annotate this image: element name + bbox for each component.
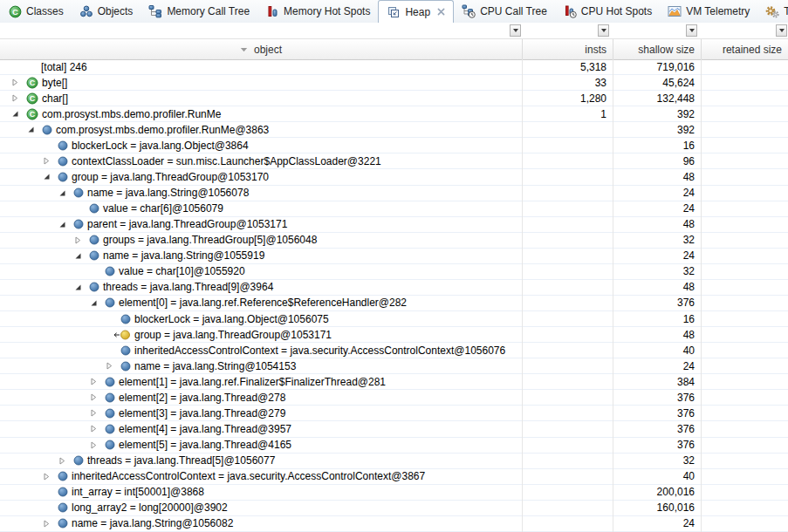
retained-size-cell: [701, 153, 788, 168]
close-icon[interactable]: [437, 8, 445, 16]
insts-cell: [522, 421, 613, 436]
table-row[interactable]: name = java.lang.String@105591924: [0, 249, 788, 264]
tree-expander-placeholder: [105, 315, 113, 324]
object-cell: threads = java.lang.Thread[9]@3964: [0, 280, 522, 295]
table-row[interactable]: Ccom.prosyst.mbs.demo.profiler.RunMe1392: [0, 106, 788, 122]
table-row[interactable]: blockerLock = java.lang.Object@105607516: [0, 311, 788, 327]
tree-expand-icon[interactable]: [105, 362, 113, 371]
tree-collapse-icon[interactable]: [42, 173, 51, 181]
tab-threads[interactable]: Threads: [757, 0, 788, 23]
table-row[interactable]: element[2] = java.lang.Thread@278376: [0, 390, 788, 406]
tree-collapse-icon[interactable]: [73, 251, 82, 260]
table-row[interactable]: com.prosyst.mbs.demo.profiler.RunMe@3863…: [0, 122, 788, 138]
column-divider: [701, 59, 702, 532]
retained-size-cell: [701, 106, 788, 121]
table-row[interactable]: value = char[6]@105607924: [0, 201, 788, 217]
retained-size-cell: [701, 421, 788, 436]
tree-expand-icon[interactable]: [42, 157, 51, 166]
table-row[interactable]: int_array = int[50001]@3868200,016: [0, 485, 788, 501]
table-row[interactable]: group = java.lang.ThreadGroup@105317148: [0, 327, 788, 343]
row-label: element[5] = java.lang.Thread@4165: [119, 439, 291, 451]
tab-memory-call-tree[interactable]: Memory Call Tree: [140, 0, 257, 23]
row-label: value = char[10]@1055920: [119, 265, 245, 277]
tree-expand-icon[interactable]: [58, 456, 66, 465]
tree-expand-icon[interactable]: [10, 94, 19, 103]
object-filter-dropdown-button[interactable]: [510, 24, 521, 37]
tab-objects[interactable]: Objects: [72, 0, 141, 23]
tree-expander-placeholder: [105, 346, 113, 355]
table-row[interactable]: element[3] = java.lang.Thread@279376: [0, 406, 788, 421]
tree-collapse-icon[interactable]: [26, 126, 35, 134]
insts-cell: [522, 138, 613, 153]
table-row[interactable]: element[0] = java.lang.ref.Reference$Ref…: [0, 296, 788, 311]
tree-expand-icon[interactable]: [89, 378, 98, 386]
cpu-call-tree-icon: [462, 4, 476, 18]
tree-collapse-icon[interactable]: [89, 298, 98, 307]
table-row[interactable]: element[1] = java.lang.ref.Finalizer$Fin…: [0, 374, 788, 390]
tree-collapse-icon[interactable]: [58, 188, 66, 197]
column-header-shallow-size[interactable]: shallow size: [613, 39, 701, 59]
tab-cpu-call-tree[interactable]: CPU Call Tree: [454, 0, 555, 23]
tab-classes[interactable]: CClasses: [0, 0, 72, 23]
table-row[interactable]: groups = java.lang.ThreadGroup[5]@105604…: [0, 233, 788, 249]
table-row[interactable]: [total] 2465,318719,016: [0, 59, 788, 75]
shallow-size-cell: 200,016: [613, 485, 701, 500]
heap-icon: [387, 5, 401, 19]
tab-vm-telemetry[interactable]: VM Telemetry: [660, 0, 757, 23]
table-row[interactable]: blockerLock = java.lang.Object@386416: [0, 138, 788, 153]
object-instance-icon: [105, 392, 115, 403]
tree-expand-icon[interactable]: [73, 235, 82, 244]
tree-expand-icon[interactable]: [42, 472, 51, 481]
column-header-retained-size[interactable]: retained size: [701, 39, 788, 59]
table-row[interactable]: contextClassLoader = sun.misc.Launcher$A…: [0, 153, 788, 169]
tree-expand-icon[interactable]: [89, 425, 98, 433]
table-row[interactable]: threads = java.lang.Thread[5]@105607732: [0, 454, 788, 469]
tree-expand-icon[interactable]: [89, 393, 98, 402]
tab-cpu-hot-spots[interactable]: CPU Hot Spots: [555, 0, 660, 23]
shallow-size-cell: 24: [613, 186, 701, 201]
insts-cell: [522, 311, 613, 326]
table-row[interactable]: element[5] = java.lang.Thread@4165376: [0, 438, 788, 454]
tab-label: Memory Call Tree: [167, 5, 250, 17]
tree-expand-icon[interactable]: [42, 519, 51, 528]
objects-icon: [79, 4, 93, 18]
tree-expand-icon[interactable]: [89, 440, 98, 449]
tab-memory-hot-spots[interactable]: Memory Hot Spots: [257, 0, 378, 23]
table-row[interactable]: Cbyte[]3345,624: [0, 75, 788, 91]
table-row[interactable]: Cchar[]1,280132,448: [0, 91, 788, 106]
table-row[interactable]: element[4] = java.lang.Thread@3957376: [0, 421, 788, 437]
table-row[interactable]: threads = java.lang.Thread[9]@396448: [0, 280, 788, 296]
shallow-size-filter-dropdown-button[interactable]: [686, 24, 697, 37]
insts-cell: [522, 390, 613, 405]
table-row[interactable]: long_array2 = long[20000]@3902160,016: [0, 501, 788, 516]
insts-cell: [522, 485, 613, 500]
object-cell: element[2] = java.lang.Thread@278: [0, 390, 522, 405]
tab-label: Objects: [98, 5, 134, 17]
retained-size-filter-dropdown-button[interactable]: [776, 24, 787, 37]
object-cell: element[3] = java.lang.Thread@279: [0, 406, 522, 420]
column-header-object[interactable]: object: [0, 39, 522, 59]
table-row[interactable]: parent = java.lang.ThreadGroup@105317148: [0, 217, 788, 233]
table-row[interactable]: name = java.lang.String@105607824: [0, 186, 788, 201]
table-row[interactable]: value = char[10]@105592032: [0, 264, 788, 280]
tab-heap[interactable]: Heap: [378, 0, 454, 24]
threads-icon: [765, 4, 779, 18]
table-row[interactable]: inheritedAccessControlContext = java.sec…: [0, 469, 788, 485]
table-row[interactable]: inheritedAccessControlContext = java.sec…: [0, 343, 788, 358]
column-header-insts[interactable]: insts: [522, 39, 613, 59]
object-cell: name = java.lang.String@1056082: [0, 516, 522, 531]
tree-expand-icon[interactable]: [89, 409, 98, 418]
tree-collapse-icon[interactable]: [58, 220, 66, 228]
tree-expander-placeholder: [105, 331, 113, 339]
tree-collapse-icon[interactable]: [73, 283, 82, 291]
insts-cell: [522, 217, 613, 232]
table-row[interactable]: name = java.lang.String@105608224: [0, 516, 788, 532]
object-instance-icon: [105, 266, 115, 276]
insts-filter-dropdown-button[interactable]: [598, 24, 609, 37]
table-row[interactable]: name = java.lang.String@105415324: [0, 358, 788, 374]
object-cell: element[0] = java.lang.ref.Reference$Ref…: [0, 296, 522, 310]
tree-collapse-icon[interactable]: [10, 110, 19, 119]
svg-text:C: C: [30, 94, 36, 103]
table-row[interactable]: group = java.lang.ThreadGroup@105317048: [0, 169, 788, 185]
tree-expand-icon[interactable]: [10, 78, 19, 87]
